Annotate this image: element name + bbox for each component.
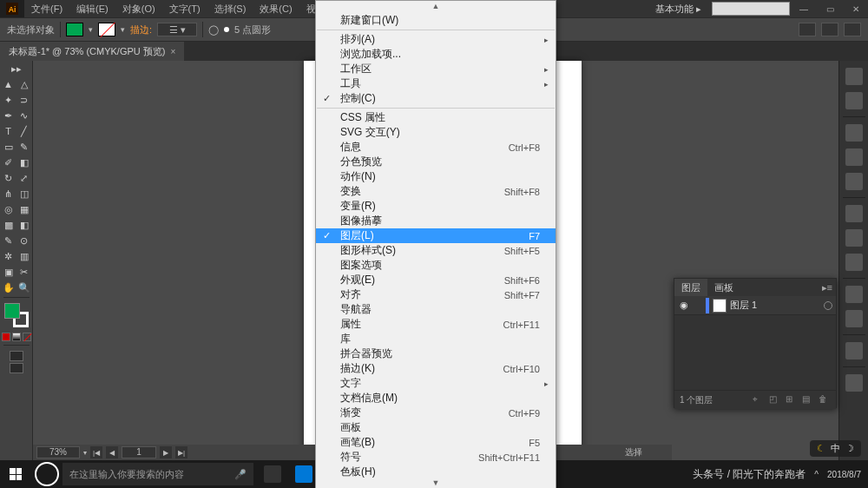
menu-item[interactable]: 图案选项 xyxy=(316,258,556,273)
libraries-panel-icon[interactable] xyxy=(845,342,863,359)
task-view-button[interactable] xyxy=(259,460,286,488)
eyedropper-tool[interactable]: ✎ xyxy=(1,233,16,248)
menu-item[interactable]: CSS 属性 xyxy=(316,110,556,125)
menu-item[interactable]: 新建窗口(W) xyxy=(316,13,556,28)
next-artboard-button[interactable]: ▶ xyxy=(160,446,172,458)
menu-item[interactable]: 拼合器预览 xyxy=(316,346,556,361)
menu-item[interactable]: ✓图层(L)F7 xyxy=(316,228,556,243)
hand-tool[interactable]: ✋ xyxy=(1,280,16,295)
swatches-panel-icon[interactable] xyxy=(845,124,863,142)
curvature-tool[interactable]: ∿ xyxy=(16,108,32,123)
help-search-input[interactable] xyxy=(712,2,790,16)
ime-indicator[interactable]: ☾ 中 ☽ xyxy=(810,440,861,457)
visibility-toggle-icon[interactable]: ◉ xyxy=(678,300,690,311)
menu-item[interactable]: 描边(K)Ctrl+F10 xyxy=(316,361,556,376)
close-button[interactable]: ✕ xyxy=(844,1,868,16)
width-tool[interactable]: ⋔ xyxy=(1,186,16,201)
workspace-selector[interactable]: 基本功能 ▸ xyxy=(647,3,710,16)
taskbar-search[interactable]: 在这里输入你要搜索的内容 🎤 xyxy=(62,463,253,485)
menu-item[interactable]: 工具▸ xyxy=(316,76,556,91)
artboards-tab[interactable]: 画板 xyxy=(707,279,740,296)
new-sublayer-icon[interactable]: ⊞ xyxy=(786,394,798,406)
layer-row[interactable]: ◉ 图层 1 xyxy=(674,296,836,315)
slice-tool[interactable]: ✂ xyxy=(16,264,32,280)
menu-item[interactable]: SVG 交互(Y) xyxy=(316,125,556,140)
menu-item[interactable]: 排列(A)▸ xyxy=(316,32,556,47)
first-artboard-button[interactable]: |◀ xyxy=(90,446,102,458)
target-icon[interactable] xyxy=(824,301,832,310)
tray-expand-icon[interactable]: ^ xyxy=(814,470,819,479)
microphone-icon[interactable]: 🎤 xyxy=(234,469,247,480)
brushes-panel-icon[interactable] xyxy=(845,148,863,166)
stroke-weight-select[interactable]: ☰ ▾ xyxy=(157,23,197,36)
layer-name[interactable]: 图层 1 xyxy=(730,299,757,312)
menu-item[interactable]: 色板(H) xyxy=(316,465,556,479)
magic-wand-tool[interactable]: ✦ xyxy=(1,92,16,108)
collapse-tools-icon[interactable]: ▸▸ xyxy=(9,61,24,76)
cortana-icon[interactable] xyxy=(35,462,59,486)
last-artboard-button[interactable]: ▶| xyxy=(175,446,187,458)
screen-mode-buttons[interactable] xyxy=(10,351,23,373)
menu-item[interactable]: 文档信息(M) xyxy=(316,391,556,406)
menu-item[interactable]: 对齐Shift+F7 xyxy=(316,287,556,302)
menu-item[interactable]: 外观(E)Shift+F6 xyxy=(316,273,556,287)
start-button[interactable] xyxy=(0,460,31,488)
minimize-button[interactable]: — xyxy=(792,1,816,16)
menu-item[interactable]: 文字▸ xyxy=(316,376,556,391)
tab-close-icon[interactable]: × xyxy=(170,47,175,56)
paintbrush-tool[interactable]: ✎ xyxy=(16,139,32,155)
symbols-panel-icon[interactable] xyxy=(845,173,863,190)
perspective-tool[interactable]: ▦ xyxy=(16,201,32,217)
menu-effect[interactable]: 效果(C) xyxy=(253,0,299,17)
new-layer-icon[interactable]: ▤ xyxy=(802,394,814,406)
gradient-tool[interactable]: ◧ xyxy=(16,217,32,233)
menu-item[interactable]: 属性Ctrl+F11 xyxy=(316,317,556,332)
zoom-level-input[interactable]: 73% xyxy=(36,446,80,458)
fill-stroke-indicator[interactable] xyxy=(4,303,29,327)
doc-setup-icon[interactable] xyxy=(799,23,816,36)
selection-tool[interactable]: ▲ xyxy=(1,76,16,92)
stroke-swatch[interactable] xyxy=(98,23,115,36)
lasso-tool[interactable]: ⊃ xyxy=(16,92,32,108)
fill-swatch[interactable] xyxy=(66,23,83,36)
menu-item[interactable]: 变量(R) xyxy=(316,199,556,214)
preferences-icon[interactable] xyxy=(821,23,838,36)
gradient-panel-icon[interactable] xyxy=(845,229,863,247)
scroll-up-arrow[interactable]: ▲ xyxy=(316,3,556,13)
transparency-panel-icon[interactable] xyxy=(845,254,863,271)
menu-item[interactable]: 图形样式(S)Shift+F5 xyxy=(316,243,556,258)
menu-select[interactable]: 选择(S) xyxy=(207,0,253,17)
graphic-styles-icon[interactable] xyxy=(845,310,863,327)
menu-item[interactable]: 符号Shift+Ctrl+F11 xyxy=(316,450,556,465)
artboard-number-input[interactable]: 1 xyxy=(122,446,156,458)
graph-tool[interactable]: ▥ xyxy=(16,248,32,264)
appearance-panel-icon[interactable] xyxy=(845,286,863,303)
menu-file[interactable]: 文件(F) xyxy=(24,0,69,17)
edge-taskbar-icon[interactable] xyxy=(290,460,318,488)
menu-object[interactable]: 对象(O) xyxy=(115,0,162,17)
menu-item[interactable]: 图像描摹 xyxy=(316,214,556,228)
free-transform-tool[interactable]: ◫ xyxy=(16,186,32,201)
menu-item[interactable]: ✓控制(C) xyxy=(316,91,556,106)
menu-item[interactable]: 画笔(B)F5 xyxy=(316,435,556,450)
type-tool[interactable]: T xyxy=(1,123,16,139)
prev-artboard-button[interactable]: ◀ xyxy=(106,446,118,458)
menu-item[interactable]: 画板 xyxy=(316,420,556,435)
pen-tool[interactable]: ✒ xyxy=(1,108,16,123)
layers-panel-icon[interactable] xyxy=(845,374,863,392)
panel-menu-icon[interactable]: ▸≡ xyxy=(822,282,832,293)
menu-item[interactable]: 工作区▸ xyxy=(316,62,556,76)
align-icon[interactable] xyxy=(844,23,861,36)
eraser-tool[interactable]: ◧ xyxy=(16,155,32,170)
menu-item[interactable]: 渐变Ctrl+F9 xyxy=(316,406,556,420)
menu-item[interactable]: 分色预览 xyxy=(316,155,556,169)
menu-item[interactable]: 信息Ctrl+F8 xyxy=(316,140,556,155)
symbol-sprayer-tool[interactable]: ✲ xyxy=(1,248,16,264)
stroke-panel-icon[interactable] xyxy=(845,205,863,222)
shaper-tool[interactable]: ✐ xyxy=(1,155,16,170)
direct-selection-tool[interactable]: △ xyxy=(16,76,32,92)
color-panel-icon[interactable] xyxy=(845,68,863,85)
line-tool[interactable]: ╱ xyxy=(16,123,32,139)
layers-tab[interactable]: 图层 xyxy=(674,279,707,296)
scroll-down-arrow[interactable]: ▼ xyxy=(316,479,556,488)
